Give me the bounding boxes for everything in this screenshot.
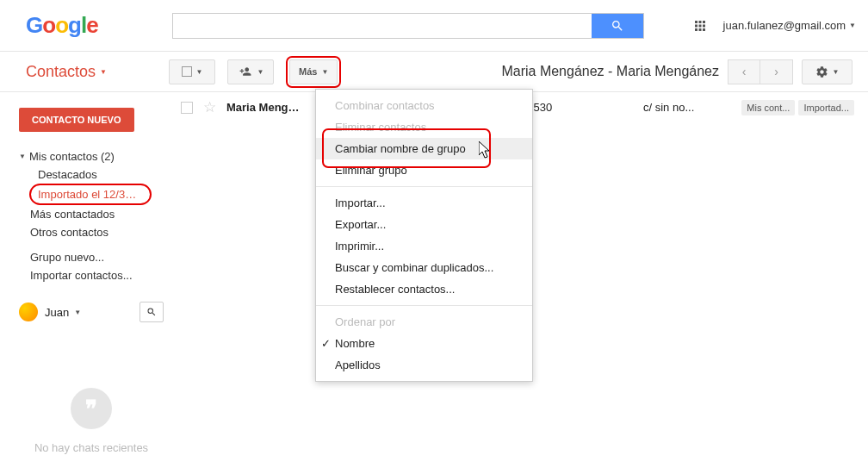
contact-tag[interactable]: Importad... — [798, 100, 854, 115]
settings-button[interactable]: ▼ — [802, 59, 852, 84]
more-button[interactable]: Más ▼ — [289, 59, 338, 84]
menu-sort-last[interactable]: Apellidos — [316, 354, 532, 376]
chevron-right-icon: › — [774, 65, 778, 78]
search-chat-button[interactable] — [140, 302, 164, 322]
account-switch[interactable]: Juan ▼ — [45, 306, 81, 319]
check-icon: ✓ — [321, 337, 333, 350]
dropdown-arrow-icon: ▼ — [257, 68, 264, 76]
dropdown-arrow-icon: ▼ — [849, 22, 856, 29]
contact-phone: 18530 — [521, 101, 633, 114]
more-menu: Combinar contactos Eliminar contactos Ca… — [315, 89, 533, 382]
annotation-highlight: Importado el 12/3… — [29, 184, 152, 205]
account-name-label: Juan — [45, 306, 69, 319]
menu-sort-first[interactable]: ✓Nombre — [316, 333, 532, 354]
contact-tag[interactable]: Mis cont... — [741, 100, 795, 115]
chat-empty-text: No hay chats recientes — [19, 441, 164, 454]
contacts-title-dropdown[interactable]: Contactos ▼ — [26, 63, 107, 81]
add-to-group-button[interactable]: ▼ — [227, 59, 274, 84]
sidebar-imported[interactable]: Importado el 12/3… — [38, 188, 136, 201]
star-icon[interactable]: ☆ — [203, 98, 216, 116]
dropdown-arrow-icon: ▼ — [100, 68, 107, 76]
sidebar-import[interactable]: Importar contactos... — [19, 266, 164, 284]
account-email: juan.fulanez@gmail.com — [723, 19, 846, 32]
menu-separator — [316, 186, 532, 187]
menu-separator — [316, 305, 532, 306]
menu-sort-label: Ordenar por — [316, 311, 532, 333]
sidebar-my-contacts[interactable]: ▼ Mis contactos (2) — [19, 147, 164, 165]
add-person-icon — [238, 65, 253, 78]
chevron-left-icon: ‹ — [742, 65, 747, 78]
search-icon — [611, 19, 624, 33]
sidebar-most-contacted[interactable]: Más contactados — [19, 205, 164, 223]
gear-icon — [815, 65, 828, 78]
dropdown-arrow-icon: ▼ — [196, 68, 203, 76]
checkbox-icon — [182, 66, 192, 77]
dropdown-arrow-icon: ▼ — [321, 68, 328, 76]
menu-delete-group[interactable]: Eliminar grupo — [316, 159, 532, 181]
menu-find-duplicates[interactable]: Buscar y combinar duplicados... — [316, 257, 532, 278]
contact-range-title: Maria Mengánez - Maria Mengánez — [501, 64, 719, 79]
menu-sort-last-label: Apellidos — [335, 359, 381, 371]
sidebar-starred[interactable]: Destacados — [19, 165, 164, 184]
search-button[interactable] — [592, 14, 643, 38]
more-label: Más — [299, 66, 317, 77]
search-bar — [172, 13, 644, 39]
contacts-title-label: Contactos — [26, 63, 96, 81]
menu-import[interactable]: Importar... — [316, 192, 532, 214]
menu-delete-contacts: Eliminar contactos — [316, 116, 532, 138]
row-checkbox[interactable] — [181, 102, 193, 114]
annotation-highlight: Más ▼ — [286, 56, 341, 88]
sidebar-label: Mis contactos (2) — [29, 150, 115, 163]
menu-restore[interactable]: Restablecer contactos... — [316, 278, 532, 300]
menu-sort-first-label: Nombre — [335, 337, 375, 350]
menu-print[interactable]: Imprimir... — [316, 235, 532, 257]
search-input[interactable] — [173, 14, 592, 38]
expand-arrow-icon: ▼ — [19, 153, 26, 160]
menu-merge-contacts: Combinar contactos — [316, 95, 532, 116]
dropdown-arrow-icon: ▼ — [74, 309, 81, 316]
search-icon — [146, 307, 157, 317]
sidebar-other-contacts[interactable]: Otros contactos — [19, 223, 164, 241]
google-logo[interactable]: Google — [26, 12, 98, 39]
new-contact-button[interactable]: CONTACTO NUEVO — [19, 108, 134, 132]
dropdown-arrow-icon: ▼ — [833, 68, 840, 76]
apps-icon[interactable] — [692, 18, 708, 34]
account-dropdown[interactable]: juan.fulanez@gmail.com ▼ — [723, 19, 856, 32]
hangouts-icon: ❞ — [71, 388, 112, 429]
menu-rename-group[interactable]: Cambiar nombre de grupo — [316, 138, 532, 159]
select-all-dropdown[interactable]: ▼ — [169, 59, 215, 84]
prev-button[interactable]: ‹ — [728, 59, 760, 84]
sidebar-new-group[interactable]: Grupo nuevo... — [19, 248, 164, 266]
menu-export[interactable]: Exportar... — [316, 214, 532, 235]
contact-address: c/ sin no... — [643, 101, 700, 114]
avatar — [19, 302, 38, 321]
next-button[interactable]: › — [760, 59, 793, 84]
